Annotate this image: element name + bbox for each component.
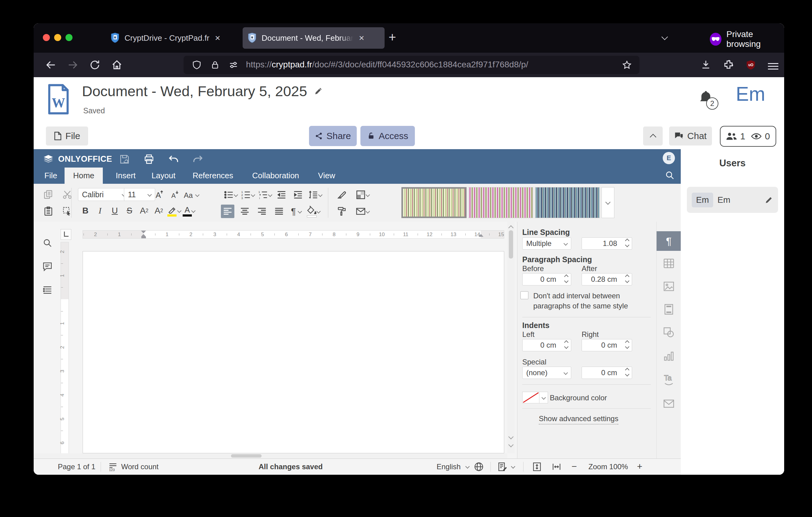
select-all-icon[interactable] xyxy=(61,205,74,218)
shape-settings-tab[interactable] xyxy=(663,327,675,338)
table-settings-tab[interactable] xyxy=(663,258,675,269)
numbered-list-icon[interactable]: 123 xyxy=(240,188,255,201)
horizontal-ruler[interactable]: 21123456789101112131415 xyxy=(83,230,504,239)
line-spacing-icon[interactable] xyxy=(308,188,322,201)
editor-user-avatar[interactable]: E xyxy=(663,152,675,164)
vertical-scrollbar-thumb[interactable] xyxy=(509,230,513,258)
print-icon[interactable] xyxy=(143,154,155,165)
traffic-light-zoom[interactable] xyxy=(65,34,72,41)
increase-indent-icon[interactable] xyxy=(291,188,305,201)
align-right-button[interactable] xyxy=(255,205,269,218)
notifications-bell-icon[interactable]: 2 xyxy=(697,89,715,107)
italic-button[interactable]: I xyxy=(93,204,107,217)
underline-button[interactable]: U xyxy=(108,204,121,217)
font-name-select[interactable]: Calibri xyxy=(78,188,129,201)
multilevel-list-icon[interactable]: 1i xyxy=(258,188,272,201)
ublock-icon[interactable]: uO xyxy=(745,59,756,71)
spinner[interactable] xyxy=(565,275,568,282)
nonprinting-chars-button[interactable]: ¶ xyxy=(289,205,303,218)
user-list-item[interactable]: Em Em xyxy=(687,187,778,213)
tab-close-icon[interactable]: × xyxy=(215,33,220,43)
advanced-settings-link[interactable]: Show advanced settings xyxy=(539,414,618,425)
first-line-indent-marker[interactable] xyxy=(141,230,146,234)
extensions-icon[interactable] xyxy=(723,59,734,71)
tab-close-icon[interactable]: × xyxy=(359,33,365,43)
language-chevron-icon[interactable] xyxy=(465,464,470,469)
rename-pencil-icon[interactable] xyxy=(314,86,323,96)
forward-icon[interactable] xyxy=(67,59,79,71)
navigation-icon[interactable] xyxy=(42,285,53,295)
style-preview-normal[interactable] xyxy=(401,187,467,218)
fit-width-icon[interactable] xyxy=(551,462,562,472)
image-settings-tab[interactable] xyxy=(663,281,675,292)
background-color-picker[interactable] xyxy=(522,391,548,404)
style-preview-heading2[interactable] xyxy=(535,187,600,218)
comments-icon[interactable] xyxy=(42,262,53,272)
decrease-indent-icon[interactable] xyxy=(275,188,288,201)
special-value-input[interactable]: 0 cm xyxy=(582,366,632,379)
home-icon[interactable] xyxy=(111,59,123,71)
no-interval-checkbox[interactable] xyxy=(520,291,528,299)
indent-left-input[interactable]: 0 cm xyxy=(522,339,571,351)
url-bar[interactable]: https://cryptpad.fr/doc/#/3/doc/edit/ff0… xyxy=(183,56,639,74)
chart-settings-tab[interactable] xyxy=(663,351,675,362)
special-select[interactable]: (none) xyxy=(522,366,571,379)
change-case-icon[interactable]: Aa xyxy=(183,188,199,201)
track-changes-chevron-icon[interactable] xyxy=(511,464,515,469)
copy-style-icon[interactable] xyxy=(335,205,348,218)
line-spacing-value-input[interactable]: 1.08 xyxy=(582,237,632,250)
tab-stop-selector[interactable] xyxy=(61,229,71,240)
spinner[interactable] xyxy=(626,239,629,247)
menu-insert[interactable]: Insert xyxy=(103,167,137,184)
bold-button[interactable]: B xyxy=(79,204,92,217)
copy-icon[interactable] xyxy=(41,188,55,201)
share-button[interactable]: Share xyxy=(309,126,357,146)
shading-icon[interactable] xyxy=(355,188,369,201)
justify-button[interactable] xyxy=(272,205,286,218)
undo-icon[interactable] xyxy=(168,154,179,165)
cut-icon[interactable] xyxy=(61,188,74,201)
align-center-button[interactable] xyxy=(238,205,252,218)
background-color-dropdown[interactable] xyxy=(540,392,548,403)
superscript-button[interactable]: A2 xyxy=(137,204,151,217)
paragraph-shading-button[interactable] xyxy=(307,205,320,218)
subscript-button[interactable]: A2 xyxy=(152,204,166,217)
reload-icon[interactable] xyxy=(89,59,101,71)
spinner[interactable] xyxy=(626,369,629,376)
back-icon[interactable] xyxy=(45,59,57,71)
spacing-before-input[interactable]: 0 cm xyxy=(522,273,571,285)
document-title[interactable]: Document - Wed, February 5, 2025 xyxy=(82,83,307,100)
tab-list-chevron-icon[interactable] xyxy=(662,35,667,40)
traffic-light-minimize[interactable] xyxy=(54,34,61,41)
paragraph-settings-tab[interactable]: ¶ xyxy=(657,231,681,251)
styles-gallery-expand[interactable] xyxy=(602,187,614,218)
page-indicator[interactable]: Page 1 of 1 xyxy=(58,462,95,471)
lock-icon[interactable] xyxy=(210,60,220,70)
zoom-level[interactable]: Zoom 100% xyxy=(588,462,628,471)
vertical-ruler[interactable]: 21123456 xyxy=(61,242,69,453)
menu-collaboration[interactable]: Collaboration xyxy=(234,167,300,184)
presence-counters[interactable]: 1 0 xyxy=(720,126,776,147)
strikethrough-button[interactable]: S xyxy=(123,204,136,217)
menu-home[interactable]: Home xyxy=(64,167,103,184)
left-indent-marker[interactable] xyxy=(141,237,146,238)
align-left-button[interactable] xyxy=(221,205,234,218)
spinner[interactable] xyxy=(565,341,568,348)
spellcheck-globe-icon[interactable] xyxy=(474,462,484,472)
access-button[interactable]: Access xyxy=(360,126,415,146)
mail-merge-settings-tab[interactable] xyxy=(663,399,675,408)
header-footer-settings-tab[interactable] xyxy=(664,303,674,315)
mail-merge-icon[interactable] xyxy=(355,205,369,218)
editor-search-icon[interactable] xyxy=(665,170,675,181)
spinner[interactable] xyxy=(626,341,629,348)
tracking-shield-icon[interactable] xyxy=(192,60,202,70)
paste-icon[interactable] xyxy=(41,205,55,218)
save-icon[interactable] xyxy=(119,154,130,165)
horizontal-scrollbar-thumb[interactable] xyxy=(231,454,262,458)
vertical-scrollbar[interactable] xyxy=(507,222,515,453)
horizontal-scrollbar[interactable] xyxy=(34,453,507,459)
tab-cryptdrive[interactable]: CryptDrive - CryptPad.fr × xyxy=(106,27,244,49)
word-count-icon[interactable]: 123 xyxy=(108,462,118,472)
menu-view[interactable]: View xyxy=(300,167,337,184)
redo-icon[interactable] xyxy=(192,154,204,165)
